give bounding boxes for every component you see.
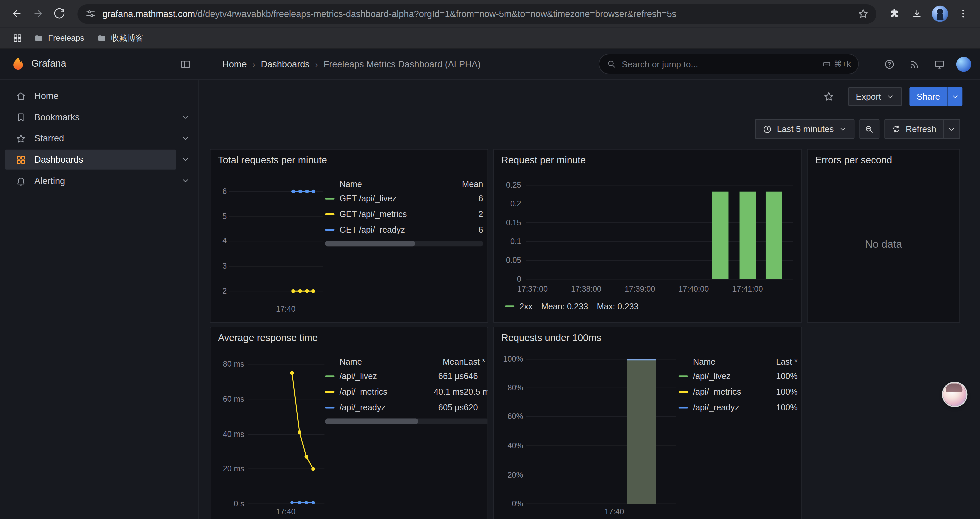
panel-requests-per-minute[interactable]: Request per minute 0.250.20.150.10.050 1… bbox=[493, 149, 802, 323]
series-color-swatch bbox=[679, 407, 688, 409]
series-value: 661 µs bbox=[424, 372, 464, 381]
share-button[interactable]: Share bbox=[909, 87, 948, 105]
search-shortcut: ⌘+k bbox=[822, 59, 851, 69]
x-axis-tick: 17:40:00 bbox=[669, 285, 719, 294]
time-range-picker[interactable]: Last 5 minutes bbox=[755, 119, 854, 139]
panel-requests-under-100ms[interactable]: Requests under 100ms 100%80%60%40%20%0% … bbox=[493, 327, 802, 519]
panel-title[interactable]: Total requests per minute bbox=[218, 155, 327, 166]
sidebar-item-label: Home bbox=[34, 91, 58, 101]
y-axis-tick: 40% bbox=[508, 441, 523, 450]
series-name: /api/_metrics bbox=[339, 387, 424, 397]
panel-total-requests[interactable]: Total requests per minute 65432 17:40 Na… bbox=[210, 149, 488, 323]
legend-row[interactable]: /api/_livez100% bbox=[679, 369, 797, 385]
breadcrumb-home[interactable]: Home bbox=[223, 59, 247, 69]
url-bar[interactable]: grafana.mathmast.com/d/deytv4rwavabkb/fr… bbox=[77, 4, 876, 23]
legend-row[interactable]: GET /api/_metrics2 bbox=[325, 206, 483, 222]
downloads-icon[interactable] bbox=[906, 3, 928, 24]
series-value: 2 bbox=[448, 210, 483, 219]
grafana-sidebar: Home Bookmarks Starred Dashboards Alerti bbox=[0, 80, 199, 519]
series-name: /api/_livez bbox=[693, 372, 765, 381]
series-color-swatch bbox=[325, 375, 334, 377]
x-axis-tick: 17:37:00 bbox=[508, 285, 557, 294]
legend-row[interactable]: /api/_readyz100% bbox=[679, 400, 797, 415]
help-icon[interactable] bbox=[878, 54, 900, 75]
browser-menu-icon[interactable] bbox=[953, 3, 974, 24]
series-name: /api/_metrics bbox=[693, 387, 765, 397]
sidebar-item-dashboards[interactable]: Dashboards bbox=[0, 149, 198, 170]
sidebar-item-alerting[interactable]: Alerting bbox=[0, 170, 198, 192]
share-menu-chevron[interactable] bbox=[948, 87, 963, 105]
bookmarks-bar: Freeleaps 收藏博客 bbox=[0, 27, 980, 49]
chevron-down-icon[interactable] bbox=[181, 134, 190, 143]
bookmark-folder-freeleaps[interactable]: Freeleaps bbox=[29, 30, 89, 45]
chevron-down-icon[interactable] bbox=[181, 176, 190, 185]
legend-row[interactable]: GET /api/_readyz6 bbox=[325, 222, 483, 238]
y-axis-tick: 60% bbox=[508, 412, 523, 422]
bar-chart bbox=[527, 359, 676, 509]
apps-grid-icon[interactable] bbox=[9, 29, 26, 46]
search-input[interactable] bbox=[622, 59, 822, 69]
star-icon bbox=[16, 133, 26, 144]
x-axis-tick: 17:40 bbox=[267, 508, 304, 516]
grafana-brand: Grafana bbox=[31, 58, 66, 69]
zoom-out-button[interactable] bbox=[859, 119, 879, 139]
y-axis-tick: 60 ms bbox=[223, 394, 245, 404]
chevron-down-icon[interactable] bbox=[181, 113, 190, 121]
scrollbar-thumb[interactable] bbox=[325, 419, 418, 425]
sidebar-item-bookmarks[interactable]: Bookmarks bbox=[0, 107, 198, 128]
browser-back-button[interactable] bbox=[6, 3, 28, 24]
y-axis-tick: 0% bbox=[512, 498, 523, 509]
tv-mode-icon[interactable] bbox=[929, 54, 950, 75]
legend-row[interactable]: /api/_livez661 µs646 bbox=[325, 369, 488, 385]
breadcrumb-separator: › bbox=[247, 60, 261, 69]
keyboard-icon bbox=[822, 60, 830, 68]
export-button[interactable]: Export bbox=[848, 87, 902, 105]
legend-row[interactable]: GET /api/_livez6 bbox=[325, 191, 483, 206]
user-avatar[interactable] bbox=[956, 57, 971, 72]
browser-profile-avatar[interactable] bbox=[932, 6, 948, 22]
series-value: 6 bbox=[448, 225, 483, 235]
chevron-down-icon bbox=[886, 92, 894, 100]
news-rss-icon[interactable] bbox=[904, 54, 925, 75]
sidebar-item-home[interactable]: Home bbox=[0, 85, 198, 107]
legend-row[interactable]: /api/_metrics40.1 ms20.5 m bbox=[325, 384, 488, 400]
panel-errors-per-second[interactable]: Errors per second No data bbox=[807, 149, 960, 323]
browser-reload-button[interactable] bbox=[49, 3, 70, 24]
bookmark-star-icon[interactable] bbox=[858, 8, 869, 19]
favorite-star-icon[interactable] bbox=[823, 91, 835, 102]
assistant-avatar[interactable] bbox=[943, 383, 966, 406]
panel-title[interactable]: Errors per second bbox=[815, 155, 892, 166]
refresh-button[interactable]: Refresh bbox=[885, 120, 943, 138]
legend-scrollbar[interactable] bbox=[325, 241, 483, 246]
site-controls-icon[interactable] bbox=[85, 8, 96, 19]
series-value: 646 bbox=[464, 372, 488, 381]
x-axis: 17:37:0017:38:0017:39:0017:40:0017:41:00 bbox=[494, 285, 801, 295]
extensions-icon[interactable] bbox=[884, 3, 905, 24]
chevron-down-icon[interactable] bbox=[181, 155, 190, 164]
y-axis-tick: 0.1 bbox=[510, 236, 521, 246]
grafana-logo[interactable] bbox=[10, 56, 26, 73]
scrollbar-thumb[interactable] bbox=[325, 241, 415, 246]
sidebar-toggle-icon[interactable] bbox=[180, 59, 191, 70]
legend-row[interactable]: /api/_readyz605 µs620 bbox=[325, 400, 488, 415]
legend-row[interactable]: /api/_metrics100% bbox=[679, 384, 797, 400]
grafana-header: Grafana Home › Dashboards › Freeleaps Me… bbox=[0, 49, 980, 80]
breadcrumb-current: Freeleaps Metrics Dashboard (ALPHA) bbox=[323, 59, 480, 69]
search-box[interactable]: ⌘+k bbox=[599, 54, 859, 75]
sidebar-item-starred[interactable]: Starred bbox=[0, 128, 198, 149]
y-axis-tick: 0 bbox=[517, 274, 521, 284]
breadcrumb-dashboards[interactable]: Dashboards bbox=[261, 59, 309, 69]
share-split-button: Share bbox=[909, 87, 963, 105]
bookmark-folder-blogs[interactable]: 收藏博客 bbox=[92, 30, 149, 46]
series-value: 620 bbox=[464, 403, 488, 412]
panel-average-response-time[interactable]: Average response time 80 ms60 ms40 ms20 … bbox=[210, 327, 488, 519]
dashboards-grid-icon bbox=[16, 154, 26, 165]
legend-scrollbar[interactable] bbox=[325, 419, 488, 425]
sidebar-item-label: Alerting bbox=[34, 176, 65, 186]
breadcrumb: Home › Dashboards › Freeleaps Metrics Da… bbox=[223, 49, 480, 80]
legend[interactable]: 2xx Mean: 0.233 Max: 0.233 bbox=[505, 302, 639, 311]
refresh-interval-chevron[interactable] bbox=[943, 120, 959, 138]
bookmark-icon bbox=[16, 112, 26, 122]
browser-forward-button[interactable] bbox=[27, 3, 49, 24]
y-axis-tick: 0.25 bbox=[506, 180, 521, 190]
